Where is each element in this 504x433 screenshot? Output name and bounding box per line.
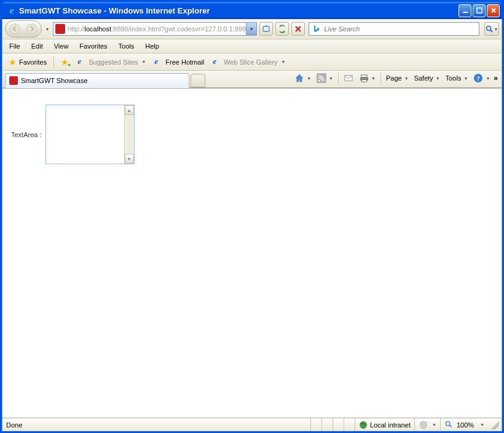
menu-edit[interactable]: Edit — [26, 41, 49, 52]
svg-rect-10 — [361, 74, 366, 77]
chevron-down-icon: ▼ — [141, 60, 146, 64]
status-panes: Local intranet ▼ 100% ▼ — [310, 418, 499, 431]
svg-rect-0 — [463, 12, 468, 13]
textarea-field[interactable]: ▲ ▼ — [45, 105, 135, 164]
free-hotmail-link[interactable]: Free Hotmail — [151, 57, 208, 68]
ie-window: e SmartGWT Showcase - Windows Internet E… — [0, 0, 504, 433]
chevron-down-icon: ▼ — [463, 76, 468, 81]
rss-icon — [317, 73, 326, 83]
tab-title: SmartGWT Showcase — [21, 77, 88, 84]
forward-button[interactable] — [23, 22, 41, 36]
overflow-chevron[interactable]: » — [494, 74, 498, 82]
resize-grip[interactable] — [490, 421, 499, 429]
nav-bar: ▼ http://localhost:8888/index.html?gwt.c… — [2, 19, 502, 39]
svg-text:?: ? — [477, 74, 481, 82]
favorites-bar: ★ Favorites ★+ Suggested Sites ▼ Free Ho… — [2, 54, 502, 71]
star-plus-icon: ★+ — [61, 57, 69, 67]
textarea-scrollbar[interactable]: ▲ ▼ — [124, 105, 134, 164]
maximize-button[interactable] — [473, 4, 486, 17]
home-icon — [294, 73, 304, 83]
refresh-button[interactable] — [275, 22, 289, 36]
form-row: TextArea : ▲ ▼ — [11, 105, 493, 164]
zone-label: Local intranet — [370, 421, 411, 429]
separator — [338, 73, 339, 84]
back-button[interactable] — [6, 22, 23, 36]
search-input[interactable] — [324, 25, 479, 33]
read-mail-button[interactable] — [342, 72, 355, 84]
tab-bar: SmartGWT Showcase ▼ ▼ — [2, 71, 502, 88]
suggested-label: Suggested Sites — [89, 58, 138, 66]
home-button[interactable]: ▼ — [293, 72, 313, 84]
minimize-button[interactable] — [459, 4, 471, 17]
ie-page-icon — [154, 58, 163, 66]
page-label: Page — [386, 74, 402, 82]
svg-point-3 — [27, 24, 37, 34]
url-path: :8888/index.html?gwt.codesvr=127.0.0.1:9… — [111, 25, 246, 33]
textarea-label: TextArea : — [11, 131, 42, 138]
add-favorite-button[interactable]: ★+ — [57, 56, 73, 68]
close-button[interactable] — [487, 4, 500, 17]
url-text: http://localhost:8888/index.html?gwt.cod… — [67, 25, 246, 33]
command-bar: ▼ ▼ ▼ — [293, 72, 498, 84]
address-bar[interactable]: http://localhost:8888/index.html?gwt.cod… — [53, 22, 257, 36]
security-zone[interactable]: Local intranet — [355, 418, 414, 431]
menu-file[interactable]: File — [4, 41, 26, 52]
svg-point-2 — [10, 24, 20, 34]
print-button[interactable]: ▼ — [357, 72, 377, 84]
menu-view[interactable]: View — [49, 41, 74, 52]
tools-label: Tools — [446, 74, 462, 82]
titlebar: e SmartGWT Showcase - Windows Internet E… — [2, 2, 502, 19]
textarea-inner[interactable] — [46, 105, 124, 164]
separator — [53, 56, 54, 68]
scroll-up-button[interactable]: ▲ — [125, 105, 134, 115]
safety-label: Safety — [414, 74, 433, 82]
stop-button[interactable] — [291, 22, 305, 36]
protected-mode[interactable]: ▼ — [414, 418, 440, 431]
zoom-icon — [444, 420, 454, 430]
chevron-down-icon: ▼ — [371, 76, 376, 81]
nav-arrows — [5, 20, 42, 38]
feeds-button[interactable]: ▼ — [315, 72, 335, 84]
url-host: localhost — [85, 25, 111, 33]
svg-point-15 — [360, 421, 367, 429]
zoom-value: 100% — [457, 421, 474, 429]
menu-tools[interactable]: Tools — [113, 41, 140, 52]
tab-active[interactable]: SmartGWT Showcase — [5, 73, 189, 88]
favorites-button[interactable]: ★ Favorites — [5, 56, 50, 68]
ie-logo-icon: e — [7, 6, 17, 15]
zoom-control[interactable]: 100% ▼ — [440, 418, 488, 431]
menu-help[interactable]: Help — [140, 41, 165, 52]
ie-page-icon — [213, 58, 221, 66]
help-button[interactable]: ? ▼ — [471, 72, 492, 84]
chevron-down-icon: ▼ — [404, 76, 409, 81]
suggested-sites-link[interactable]: Suggested Sites ▼ — [74, 57, 149, 68]
url-scheme: http:// — [68, 25, 85, 33]
tools-menu[interactable]: Tools ▼ — [444, 73, 470, 83]
window-title: SmartGWT Showcase - Windows Internet Exp… — [19, 6, 459, 15]
chevron-down-icon: ▼ — [432, 423, 436, 427]
status-bar: Done Local intranet ▼ — [2, 418, 502, 431]
search-button[interactable]: ▼ — [484, 22, 499, 36]
compat-view-button[interactable] — [259, 22, 273, 36]
web-slice-link[interactable]: Web Slice Gallery ▼ — [209, 57, 289, 68]
chevron-down-icon: ▼ — [329, 76, 333, 81]
print-icon — [359, 73, 369, 83]
address-dropdown[interactable]: ▼ — [246, 23, 256, 35]
help-icon: ? — [473, 73, 483, 83]
separator — [380, 73, 381, 84]
svg-point-8 — [318, 80, 320, 82]
menu-favorites[interactable]: Favorites — [74, 41, 112, 52]
search-box[interactable] — [309, 22, 479, 36]
safety-menu[interactable]: Safety ▼ — [412, 73, 442, 83]
hotmail-label: Free Hotmail — [165, 58, 204, 66]
scroll-down-button[interactable]: ▼ — [125, 154, 134, 164]
svg-line-18 — [450, 425, 452, 427]
svg-point-17 — [446, 421, 451, 426]
nav-history-dropdown[interactable]: ▼ — [44, 27, 50, 31]
page-menu[interactable]: Page ▼ — [384, 73, 411, 83]
ie-page-icon — [77, 58, 86, 66]
status-pane-1 — [310, 418, 321, 431]
status-pane-3 — [333, 418, 344, 431]
new-tab-button[interactable] — [191, 74, 205, 87]
svg-rect-12 — [361, 79, 366, 82]
